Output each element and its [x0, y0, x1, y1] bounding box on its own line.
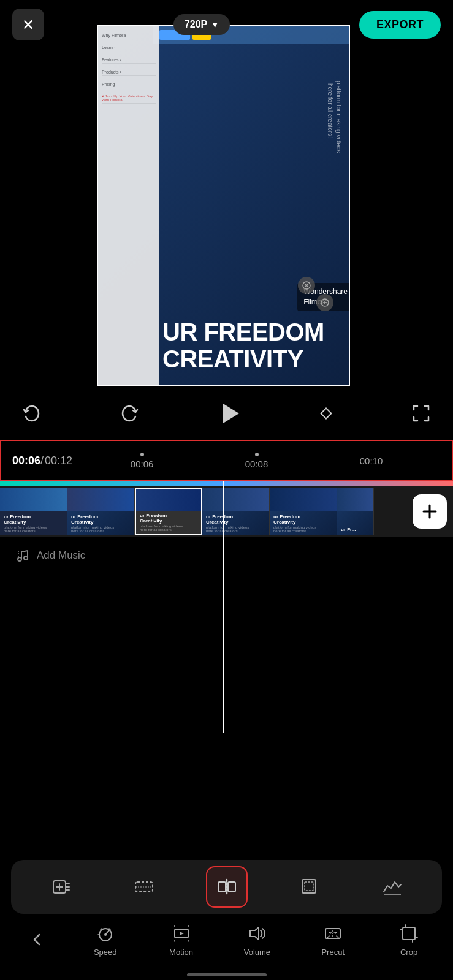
nav-item-precut[interactable]: Precut — [311, 923, 354, 957]
track-thumb-4[interactable]: ur FreedomCreativity platform for making… — [202, 488, 270, 535]
track-thumbnails: ur FreedomCreativity platform for making… — [0, 488, 406, 535]
svg-rect-26 — [218, 882, 226, 892]
sidebar-promo: ♥ Jazz Up Your Valentine's Day With Film… — [102, 93, 156, 104]
nav-label-volume: Volume — [244, 948, 270, 957]
timeline-marker-3: 00:10 — [360, 456, 383, 466]
volume-icon — [246, 923, 267, 944]
precut-icon — [322, 923, 343, 944]
track-thumb-2[interactable]: ur FreedomCreativity platform for making… — [67, 488, 135, 535]
add-music-row[interactable]: Add Music — [0, 538, 453, 573]
toolbar-crop-tool[interactable] — [289, 866, 330, 908]
fullscreen-button[interactable] — [408, 400, 435, 427]
top-bar: 720P ▼ EXPORT — [0, 0, 453, 49]
export-button[interactable]: EXPORT — [359, 11, 441, 39]
timeline-marker-1: 00:06 — [131, 453, 154, 469]
bottom-nav: Speed Motion Volume — [0, 914, 453, 965]
nav-item-motion[interactable]: Motion — [160, 923, 203, 957]
nav-label-motion: Motion — [169, 948, 193, 957]
video-title-line1: ur Freedom — [162, 318, 324, 345]
toolbar-adjust[interactable] — [371, 866, 413, 908]
svg-marker-35 — [180, 932, 184, 935]
svg-point-33 — [104, 933, 107, 936]
redo-button[interactable] — [116, 400, 143, 427]
remove-watermark-button-1[interactable] — [298, 277, 315, 294]
timeline-marker-2: 00:08 — [245, 453, 268, 469]
nav-back-button[interactable] — [23, 925, 51, 954]
video-preview: Why Filmora Learn › Features › Products … — [97, 24, 350, 386]
track-color-bar — [0, 481, 453, 486]
sidebar-menu-item: Pricing — [102, 81, 156, 88]
nav-item-crop[interactable]: Crop — [387, 923, 430, 957]
close-button[interactable] — [12, 9, 44, 40]
music-icon — [15, 548, 29, 563]
sidebar-menu-item: Products › — [102, 69, 156, 76]
video-title-line2: Creativity — [162, 345, 303, 372]
timeline-cursor — [223, 481, 224, 733]
video-content: Why Filmora Learn › Features › Products … — [98, 26, 349, 385]
svg-rect-43 — [403, 927, 415, 940]
svg-marker-8 — [223, 404, 239, 423]
nav-item-speed[interactable]: Speed — [84, 923, 127, 957]
nav-label-crop: Crop — [400, 948, 417, 957]
track-thumb-1[interactable]: ur FreedomCreativity platform for making… — [0, 488, 67, 535]
track-thumb-3[interactable]: ur FreedomCreativity platform for making… — [135, 488, 202, 535]
quality-button[interactable]: 720P ▼ — [173, 14, 230, 35]
toolbar-trim[interactable] — [123, 866, 165, 908]
svg-rect-9 — [321, 409, 331, 419]
timeline-markers: 00:06 00:08 00:10 — [72, 453, 441, 469]
crop-icon — [398, 923, 419, 944]
bottom-toolbar — [11, 860, 442, 914]
svg-line-16 — [21, 551, 28, 552]
nav-label-speed: Speed — [94, 948, 117, 957]
svg-rect-27 — [228, 882, 235, 892]
playback-controls — [0, 392, 453, 435]
sidebar-menu-item: Features › — [102, 56, 156, 64]
keyframe-button[interactable] — [315, 402, 337, 424]
remove-watermark-button-2[interactable] — [316, 294, 333, 311]
undo-button[interactable] — [18, 400, 45, 427]
total-time-value: 00:12 — [45, 454, 72, 467]
nav-item-volume[interactable]: Volume — [235, 923, 278, 957]
toolbar-add-clip[interactable] — [40, 866, 82, 908]
nav-label-precut: Precut — [321, 948, 345, 957]
track-thumb-5[interactable]: ur FreedomCreativity platform for making… — [270, 488, 337, 535]
speed-icon — [95, 923, 116, 944]
video-track[interactable]: ur FreedomCreativity platform for making… — [0, 486, 453, 537]
current-time: 00:06 — [12, 454, 40, 467]
motion-icon — [171, 923, 192, 944]
add-music-label: Add Music — [37, 549, 85, 562]
track-thumb-6[interactable]: ur Fr... — [337, 488, 374, 535]
video-sidebar: Why Filmora Learn › Features › Products … — [98, 26, 159, 385]
svg-marker-40 — [250, 927, 259, 940]
total-time: / — [40, 454, 44, 467]
play-button[interactable] — [214, 398, 245, 429]
toolbar-split[interactable] — [206, 866, 248, 908]
home-indicator — [187, 973, 267, 976]
video-subtitle: platform for making videos here for all … — [319, 75, 349, 159]
svg-rect-30 — [305, 882, 313, 891]
add-track-button[interactable] — [413, 494, 447, 529]
timeline-bar[interactable]: 00:06 / 00:12 00:06 00:08 00:10 — [0, 440, 453, 481]
